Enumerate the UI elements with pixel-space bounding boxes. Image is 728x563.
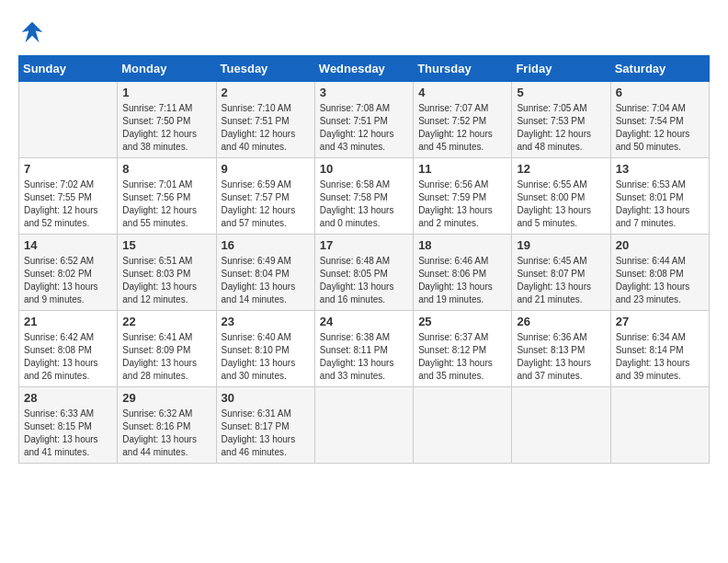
day-number: 23 [222, 315, 310, 328]
calendar-day-cell: 18Sunrise: 6:46 AM Sunset: 8:06 PM Dayli… [414, 235, 512, 311]
day-number: 20 [616, 238, 704, 252]
day-number: 27 [616, 315, 704, 328]
day-info: Sunrise: 7:04 AM Sunset: 7:54 PM Dayligh… [616, 102, 704, 154]
day-info: Sunrise: 6:45 AM Sunset: 8:07 PM Dayligh… [517, 255, 605, 306]
day-info: Sunrise: 6:42 AM Sunset: 8:08 PM Dayligh… [24, 331, 112, 383]
day-number: 13 [616, 162, 704, 176]
calendar-day-cell: 10Sunrise: 6:58 AM Sunset: 7:58 PM Dayli… [314, 158, 413, 235]
day-info: Sunrise: 6:41 AM Sunset: 8:09 PM Dayligh… [122, 331, 210, 383]
calendar-day-cell: 20Sunrise: 6:44 AM Sunset: 8:08 PM Dayli… [610, 235, 709, 311]
day-number: 4 [418, 86, 506, 99]
day-number: 16 [222, 238, 310, 252]
day-number: 26 [517, 315, 605, 328]
svg-marker-0 [22, 22, 43, 43]
day-number: 18 [418, 238, 506, 252]
calendar-day-cell: 7Sunrise: 7:02 AM Sunset: 7:55 PM Daylig… [19, 158, 118, 235]
day-info: Sunrise: 6:38 AM Sunset: 8:11 PM Dayligh… [320, 331, 408, 383]
day-number: 19 [517, 238, 605, 252]
day-info: Sunrise: 6:31 AM Sunset: 8:17 PM Dayligh… [222, 408, 310, 459]
calendar-header-cell: Sunday [19, 56, 118, 82]
day-info: Sunrise: 6:34 AM Sunset: 8:14 PM Dayligh… [616, 331, 704, 383]
calendar-week-row: 28Sunrise: 6:33 AM Sunset: 8:15 PM Dayli… [19, 387, 710, 464]
calendar-table: SundayMondayTuesdayWednesdayThursdayFrid… [18, 55, 710, 464]
calendar-day-cell: 19Sunrise: 6:45 AM Sunset: 8:07 PM Dayli… [512, 235, 610, 311]
day-info: Sunrise: 7:08 AM Sunset: 7:51 PM Dayligh… [320, 102, 408, 154]
day-number: 21 [24, 315, 112, 328]
calendar-header-cell: Friday [512, 56, 610, 82]
calendar-day-cell: 26Sunrise: 6:36 AM Sunset: 8:13 PM Dayli… [512, 311, 610, 387]
calendar-day-cell: 1Sunrise: 7:11 AM Sunset: 7:50 PM Daylig… [118, 82, 216, 158]
day-info: Sunrise: 6:33 AM Sunset: 8:15 PM Dayligh… [24, 408, 112, 459]
day-info: Sunrise: 6:32 AM Sunset: 8:16 PM Dayligh… [122, 408, 210, 459]
day-number: 30 [222, 391, 310, 405]
day-number: 9 [222, 162, 310, 176]
calendar-day-cell: 15Sunrise: 6:51 AM Sunset: 8:03 PM Dayli… [118, 235, 216, 311]
day-number: 6 [616, 86, 704, 99]
calendar-day-cell: 9Sunrise: 6:59 AM Sunset: 7:57 PM Daylig… [216, 158, 314, 235]
day-number: 28 [24, 391, 112, 405]
day-number: 2 [222, 86, 310, 99]
day-info: Sunrise: 7:11 AM Sunset: 7:50 PM Dayligh… [122, 102, 210, 154]
calendar-day-cell: 13Sunrise: 6:53 AM Sunset: 8:01 PM Dayli… [610, 158, 709, 235]
day-number: 29 [122, 391, 210, 405]
calendar-header-cell: Saturday [610, 56, 709, 82]
day-number: 11 [418, 162, 506, 176]
day-number: 5 [517, 86, 605, 99]
calendar-day-cell: 16Sunrise: 6:49 AM Sunset: 8:04 PM Dayli… [216, 235, 314, 311]
calendar-day-cell: 11Sunrise: 6:56 AM Sunset: 7:59 PM Dayli… [414, 158, 512, 235]
day-info: Sunrise: 6:48 AM Sunset: 8:05 PM Dayligh… [320, 255, 408, 306]
day-info: Sunrise: 6:46 AM Sunset: 8:06 PM Dayligh… [418, 255, 506, 306]
day-info: Sunrise: 6:49 AM Sunset: 8:04 PM Dayligh… [222, 255, 310, 306]
day-number: 14 [24, 238, 112, 252]
calendar-week-row: 21Sunrise: 6:42 AM Sunset: 8:08 PM Dayli… [19, 311, 710, 387]
calendar-day-cell: 28Sunrise: 6:33 AM Sunset: 8:15 PM Dayli… [19, 387, 118, 464]
day-info: Sunrise: 6:52 AM Sunset: 8:02 PM Dayligh… [24, 255, 112, 306]
day-info: Sunrise: 6:56 AM Sunset: 7:59 PM Dayligh… [418, 178, 506, 230]
day-number: 15 [122, 238, 210, 252]
day-info: Sunrise: 7:07 AM Sunset: 7:52 PM Dayligh… [418, 102, 506, 154]
day-number: 12 [517, 162, 605, 176]
day-number: 24 [320, 315, 408, 328]
day-info: Sunrise: 6:51 AM Sunset: 8:03 PM Dayligh… [122, 255, 210, 306]
calendar-day-cell [610, 387, 709, 464]
logo [18, 18, 50, 46]
calendar-header-cell: Thursday [414, 56, 512, 82]
logo-bird-icon [18, 18, 46, 46]
calendar-day-cell: 17Sunrise: 6:48 AM Sunset: 8:05 PM Dayli… [314, 235, 413, 311]
calendar-day-cell: 5Sunrise: 7:05 AM Sunset: 7:53 PM Daylig… [512, 82, 610, 158]
calendar-day-cell: 12Sunrise: 6:55 AM Sunset: 8:00 PM Dayli… [512, 158, 610, 235]
day-number: 10 [320, 162, 408, 176]
day-number: 3 [320, 86, 408, 99]
day-info: Sunrise: 6:44 AM Sunset: 8:08 PM Dayligh… [616, 255, 704, 306]
calendar-week-row: 7Sunrise: 7:02 AM Sunset: 7:55 PM Daylig… [19, 158, 710, 235]
calendar-header-row: SundayMondayTuesdayWednesdayThursdayFrid… [19, 56, 710, 82]
calendar-day-cell: 6Sunrise: 7:04 AM Sunset: 7:54 PM Daylig… [610, 82, 709, 158]
day-info: Sunrise: 7:01 AM Sunset: 7:56 PM Dayligh… [122, 178, 210, 230]
calendar-day-cell: 30Sunrise: 6:31 AM Sunset: 8:17 PM Dayli… [216, 387, 314, 464]
day-info: Sunrise: 7:10 AM Sunset: 7:51 PM Dayligh… [222, 102, 310, 154]
calendar-day-cell: 8Sunrise: 7:01 AM Sunset: 7:56 PM Daylig… [118, 158, 216, 235]
calendar-day-cell: 21Sunrise: 6:42 AM Sunset: 8:08 PM Dayli… [19, 311, 118, 387]
calendar-header-cell: Wednesday [314, 56, 413, 82]
day-number: 25 [418, 315, 506, 328]
day-info: Sunrise: 6:55 AM Sunset: 8:00 PM Dayligh… [517, 178, 605, 230]
day-info: Sunrise: 6:58 AM Sunset: 7:58 PM Dayligh… [320, 178, 408, 230]
header [18, 18, 710, 46]
calendar-day-cell: 22Sunrise: 6:41 AM Sunset: 8:09 PM Dayli… [118, 311, 216, 387]
calendar-header-cell: Monday [118, 56, 216, 82]
day-number: 22 [122, 315, 210, 328]
calendar-day-cell [512, 387, 610, 464]
calendar-day-cell [314, 387, 413, 464]
calendar-day-cell: 29Sunrise: 6:32 AM Sunset: 8:16 PM Dayli… [118, 387, 216, 464]
day-info: Sunrise: 6:59 AM Sunset: 7:57 PM Dayligh… [222, 178, 310, 230]
calendar-day-cell: 14Sunrise: 6:52 AM Sunset: 8:02 PM Dayli… [19, 235, 118, 311]
day-info: Sunrise: 7:05 AM Sunset: 7:53 PM Dayligh… [517, 102, 605, 154]
day-number: 8 [122, 162, 210, 176]
calendar-week-row: 1Sunrise: 7:11 AM Sunset: 7:50 PM Daylig… [19, 82, 710, 158]
calendar-body: 1Sunrise: 7:11 AM Sunset: 7:50 PM Daylig… [19, 82, 710, 464]
calendar-day-cell: 27Sunrise: 6:34 AM Sunset: 8:14 PM Dayli… [610, 311, 709, 387]
calendar-week-row: 14Sunrise: 6:52 AM Sunset: 8:02 PM Dayli… [19, 235, 710, 311]
calendar-day-cell: 23Sunrise: 6:40 AM Sunset: 8:10 PM Dayli… [216, 311, 314, 387]
calendar-day-cell: 24Sunrise: 6:38 AM Sunset: 8:11 PM Dayli… [314, 311, 413, 387]
calendar-day-cell: 25Sunrise: 6:37 AM Sunset: 8:12 PM Dayli… [414, 311, 512, 387]
